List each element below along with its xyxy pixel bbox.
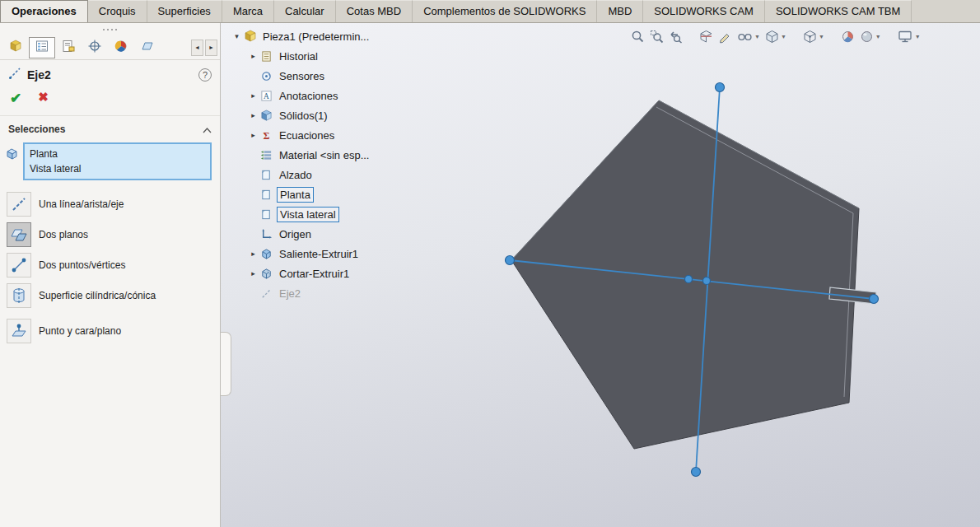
dropdown-caret-icon[interactable]: ▼ bbox=[781, 34, 786, 40]
axis-handle-left[interactable] bbox=[506, 256, 515, 265]
cancel-button[interactable]: ✖ bbox=[38, 90, 49, 107]
ribbon-tab-solidworks-cam[interactable]: SOLIDWORKS CAM bbox=[643, 0, 765, 22]
edit-appearance-icon[interactable] bbox=[841, 30, 855, 44]
expand-arrow-icon[interactable]: ▸ bbox=[247, 269, 259, 277]
part-icon bbox=[243, 30, 257, 43]
hide-show-items-icon[interactable]: ▼ bbox=[737, 30, 760, 44]
tab-cam-manager[interactable] bbox=[134, 37, 161, 58]
dropdown-caret-icon[interactable]: ▼ bbox=[875, 34, 881, 40]
tree-item-sensores[interactable]: Sensores bbox=[247, 66, 371, 86]
tab-property-manager[interactable] bbox=[29, 37, 55, 58]
annotation-visibility-icon[interactable] bbox=[718, 30, 732, 44]
equations-icon: Σ bbox=[259, 128, 273, 142]
ribbon-tab-operaciones[interactable]: Operaciones bbox=[0, 0, 88, 22]
selection-item-planta[interactable]: Planta bbox=[30, 147, 205, 161]
view-settings-icon[interactable]: ▼ bbox=[898, 30, 921, 44]
zoom-to-fit-icon[interactable] bbox=[631, 30, 645, 44]
tab-display-manager[interactable] bbox=[108, 37, 134, 58]
two-planes-icon bbox=[7, 222, 31, 247]
tree-item-eje2[interactable]: Eje2 bbox=[247, 283, 371, 303]
pentagon-part-face[interactable] bbox=[511, 100, 859, 449]
reference-selection-icon bbox=[5, 142, 23, 180]
expand-arrow-icon[interactable]: ▸ bbox=[247, 91, 259, 100]
axis-handle-center-h[interactable] bbox=[685, 276, 693, 283]
expand-arrow-icon[interactable]: ▸ bbox=[247, 250, 259, 258]
option-one-line-edge-axis[interactable]: Una línea/arista/eje bbox=[7, 192, 213, 217]
tab-feature-manager[interactable] bbox=[2, 37, 29, 58]
tree-item-label: Alzado bbox=[277, 168, 315, 182]
tree-item-solidos[interactable]: ▸ Sólidos(1) bbox=[247, 105, 371, 125]
previous-view-icon[interactable] bbox=[669, 30, 683, 44]
tree-item-material[interactable]: Material <sin esp... bbox=[247, 145, 371, 165]
svg-text:A: A bbox=[264, 92, 269, 100]
ribbon-tab-cotas-mbd[interactable]: Cotas MBD bbox=[336, 0, 413, 22]
axis-icon bbox=[259, 287, 273, 300]
collapse-chevron-icon[interactable] bbox=[203, 122, 212, 137]
dropdown-caret-icon[interactable]: ▼ bbox=[819, 34, 824, 40]
panel-tab-scroll-left[interactable]: ◄ bbox=[191, 40, 203, 56]
apply-scene-icon[interactable]: ▼ bbox=[860, 30, 881, 44]
tab-configuration-manager[interactable] bbox=[55, 37, 82, 58]
ribbon-tab-complementos[interactable]: Complementos de SOLIDWORKS bbox=[413, 0, 597, 22]
display-style-icon[interactable]: ▼ bbox=[765, 30, 786, 44]
panel-drag-handle[interactable] bbox=[0, 23, 220, 35]
solidworks-window: Operaciones Croquis Superficies Marca Ca… bbox=[0, 0, 980, 527]
option-point-and-face-plane[interactable]: Punto y cara/plano bbox=[7, 319, 213, 343]
property-manager-icon bbox=[35, 40, 49, 56]
expand-arrow-icon[interactable]: ▸ bbox=[247, 111, 259, 119]
panel-collapse-handle[interactable] bbox=[221, 332, 231, 396]
selections-section-header[interactable]: Selecciones bbox=[0, 116, 220, 141]
ribbon-tab-mbd[interactable]: MBD bbox=[597, 0, 643, 22]
panel-tab-scroll-right[interactable]: ► bbox=[205, 40, 217, 56]
tree-item-saliente-extruir1[interactable]: ▸ Saliente-Extruir1 bbox=[247, 244, 371, 264]
axis-handle-right[interactable] bbox=[870, 295, 879, 304]
tree-item-vista-lateral[interactable]: Vista lateral bbox=[247, 204, 371, 224]
option-cylindrical-conical-surface[interactable]: Superficie cilíndrica/cónica bbox=[7, 283, 213, 308]
ribbon-tab-superficies[interactable]: Superficies bbox=[147, 0, 222, 22]
ok-button[interactable]: ✔ bbox=[10, 90, 21, 107]
cut-extrude-icon bbox=[259, 267, 273, 280]
option-two-planes[interactable]: Dos planos bbox=[7, 222, 213, 247]
option-two-points-vertices[interactable]: Dos puntos/vértices bbox=[7, 253, 213, 277]
selection-listbox[interactable]: Planta Vista lateral bbox=[23, 142, 212, 180]
tree-item-label: Cortar-Extruir1 bbox=[277, 267, 352, 281]
expand-arrow-icon[interactable]: ▸ bbox=[247, 131, 259, 139]
tree-item-label: Pieza1 (Predetermin... bbox=[260, 30, 371, 44]
axis-feature-icon bbox=[8, 67, 21, 83]
heads-up-toolbar: ▼ ▼ ▼ ▼ bbox=[631, 30, 921, 44]
plane-icon bbox=[259, 188, 273, 201]
expand-arrow-icon[interactable]: ▾ bbox=[231, 32, 243, 40]
tab-dimxpert-manager[interactable] bbox=[82, 37, 108, 58]
tree-item-label: Ecuaciones bbox=[277, 128, 337, 142]
tree-item-origen[interactable]: Origen bbox=[247, 224, 371, 244]
dropdown-caret-icon[interactable]: ▼ bbox=[915, 34, 921, 40]
graphics-viewport[interactable]: ▾ Pieza1 (Predetermin... ▸ Historial bbox=[221, 23, 980, 527]
axis-handle-bottom[interactable] bbox=[692, 468, 701, 477]
tree-item-anotaciones[interactable]: ▸ A Anotaciones bbox=[247, 86, 371, 105]
tree-item-historial[interactable]: ▸ Historial bbox=[247, 46, 371, 66]
option-label: Dos puntos/vértices bbox=[39, 259, 125, 271]
dropdown-caret-icon[interactable]: ▼ bbox=[754, 34, 760, 40]
tree-item-planta[interactable]: Planta bbox=[247, 184, 371, 204]
ribbon-tab-calcular[interactable]: Calcular bbox=[274, 0, 336, 22]
tree-item-pieza1[interactable]: ▾ Pieza1 (Predetermin... bbox=[231, 26, 371, 46]
selection-item-vista-lateral[interactable]: Vista lateral bbox=[30, 161, 205, 176]
ribbon-tab-croquis[interactable]: Croquis bbox=[88, 0, 147, 22]
property-manager-panel: ◄ ► Eje2 ? ✔ ✖ Selecciones bbox=[0, 23, 221, 527]
dimxpert-icon bbox=[88, 40, 101, 56]
zoom-to-area-icon[interactable] bbox=[650, 30, 664, 44]
property-manager-title: Eje2 bbox=[27, 68, 51, 82]
origin-icon bbox=[259, 227, 273, 240]
tree-item-cortar-extruir1[interactable]: ▸ Cortar-Extruir1 bbox=[247, 264, 371, 283]
view-orientation-icon[interactable]: ▼ bbox=[803, 30, 824, 44]
annotations-icon: A bbox=[259, 89, 273, 102]
help-icon[interactable]: ? bbox=[198, 68, 212, 82]
tree-item-alzado[interactable]: Alzado bbox=[247, 165, 371, 184]
tree-item-ecuaciones[interactable]: ▸ Σ Ecuaciones bbox=[247, 125, 371, 145]
ribbon-tab-marca[interactable]: Marca bbox=[222, 0, 274, 22]
expand-arrow-icon[interactable]: ▸ bbox=[247, 52, 259, 60]
section-view-icon[interactable] bbox=[699, 30, 713, 44]
axis-handle-center[interactable] bbox=[703, 277, 711, 285]
axis-handle-top[interactable] bbox=[716, 83, 725, 92]
ribbon-tab-solidworks-cam-tbm[interactable]: SOLIDWORKS CAM TBM bbox=[765, 0, 912, 22]
